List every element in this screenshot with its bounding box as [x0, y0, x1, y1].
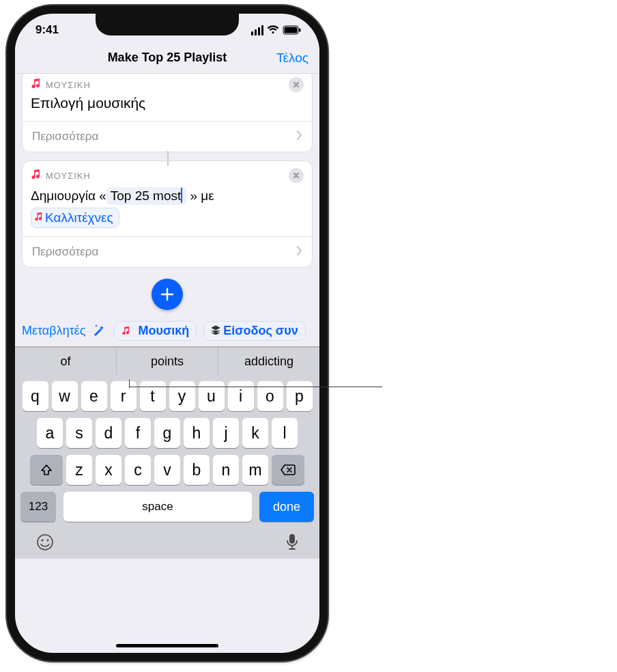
- playlist-name-input[interactable]: Top 25 most: [106, 187, 187, 205]
- variable-token-artists[interactable]: Καλλιτέχνες: [31, 208, 119, 229]
- music-icon: [31, 169, 40, 182]
- shift-key[interactable]: [30, 455, 63, 485]
- key-s[interactable]: s: [66, 418, 92, 448]
- key-row-1: q w e r t y u i o p: [18, 381, 317, 411]
- action-title: Επιλογή μουσικής: [23, 92, 312, 121]
- sentence-prefix: Δημιουργία «: [31, 188, 106, 203]
- predict-3[interactable]: addicting: [218, 348, 319, 376]
- sentence-mid: » με: [186, 188, 214, 203]
- key-p[interactable]: p: [287, 381, 313, 411]
- dictation-key[interactable]: [285, 533, 299, 555]
- stack-icon: [211, 324, 220, 338]
- callout-line: [130, 387, 382, 387]
- backspace-key[interactable]: [272, 455, 304, 485]
- page-title: Make Top 25 Playlist: [108, 51, 227, 65]
- done-button[interactable]: Τέλος: [276, 51, 308, 66]
- key-c[interactable]: c: [125, 455, 151, 485]
- svg-point-3: [38, 535, 53, 550]
- variable-pill-shortcut-input[interactable]: Είσοδος συν: [203, 321, 305, 341]
- space-key[interactable]: space: [63, 492, 252, 522]
- music-icon: [121, 326, 130, 337]
- emoji-key[interactable]: [35, 533, 55, 555]
- key-b[interactable]: b: [184, 455, 210, 485]
- key-row-2: a s d f g h j k l: [18, 418, 317, 448]
- connector: [22, 152, 313, 165]
- svg-rect-6: [289, 534, 295, 544]
- key-row-3: z x c v b n m: [18, 455, 317, 485]
- predict-2[interactable]: points: [116, 348, 218, 376]
- key-g[interactable]: g: [154, 418, 180, 448]
- svg-point-4: [42, 540, 44, 542]
- key-row-4: 123 space done: [18, 492, 317, 522]
- predictive-bar: of points addicting: [15, 348, 319, 376]
- svg-point-5: [47, 540, 49, 542]
- chevron-right-icon: [297, 130, 302, 143]
- battery-icon: [283, 25, 302, 35]
- content: ΜΟΥΣΙΚΗ Επιλογή μουσικής Περισσότερα: [15, 70, 319, 310]
- more-button[interactable]: Περισσότερα: [23, 236, 312, 267]
- chevron-right-icon: [297, 245, 302, 259]
- music-icon: [34, 210, 42, 224]
- key-n[interactable]: n: [213, 455, 239, 485]
- notch: [96, 12, 239, 36]
- key-d[interactable]: d: [96, 418, 121, 448]
- more-button[interactable]: Περισσότερα: [23, 121, 312, 152]
- close-icon[interactable]: [289, 77, 304, 92]
- magic-wand-icon[interactable]: [92, 323, 107, 339]
- wifi-icon: [267, 25, 279, 35]
- card-app-label: ΜΟΥΣΙΚΗ: [46, 80, 91, 90]
- action-sentence: Δημιουργία «Top 25 most » με Καλλιτέχνες: [23, 183, 312, 236]
- key-t[interactable]: t: [140, 381, 166, 411]
- key-q[interactable]: q: [23, 381, 48, 411]
- action-card-create-playlist: ΜΟΥΣΙΚΗ Δημιουργία «Top 25 most » με Καλ…: [22, 160, 313, 268]
- pill-label: Μουσική: [138, 324, 189, 338]
- numbers-key[interactable]: 123: [20, 492, 56, 522]
- svg-rect-2: [299, 29, 301, 32]
- text-cursor: [181, 188, 182, 203]
- status-time: 9:41: [35, 23, 59, 37]
- action-card-select-music: ΜΟΥΣΙΚΗ Επιλογή μουσικής Περισσότερα: [22, 70, 313, 152]
- key-h[interactable]: h: [184, 418, 210, 448]
- card-app-label: ΜΟΥΣΙΚΗ: [46, 171, 91, 181]
- key-m[interactable]: m: [242, 455, 268, 485]
- pill-label: Είσοδος συν: [223, 324, 298, 338]
- key-j[interactable]: j: [213, 418, 239, 448]
- variable-token-label: Καλλιτέχνες: [45, 209, 113, 227]
- key-k[interactable]: k: [242, 418, 268, 448]
- screen: 9:41 Make Top 25 Playlist Τέλος: [15, 14, 319, 653]
- key-f[interactable]: f: [125, 418, 151, 448]
- phone-frame: 9:41 Make Top 25 Playlist Τέλος: [7, 5, 328, 661]
- key-z[interactable]: z: [66, 455, 92, 485]
- key-e[interactable]: e: [81, 381, 107, 411]
- key-r[interactable]: r: [111, 381, 137, 411]
- key-w[interactable]: w: [52, 381, 78, 411]
- more-label: Περισσότερα: [32, 130, 98, 143]
- music-icon: [31, 79, 40, 91]
- variable-bar: Μεταβλητές Μουσική Είσοδος συν: [15, 317, 319, 346]
- playlist-name-text: Top 25 most: [111, 188, 182, 203]
- status-right: [251, 25, 302, 36]
- variables-button[interactable]: Μεταβλητές: [22, 324, 85, 338]
- done-key[interactable]: done: [259, 492, 314, 522]
- key-v[interactable]: v: [154, 455, 180, 485]
- more-label: Περισσότερα: [32, 245, 98, 259]
- home-indicator[interactable]: [116, 644, 218, 647]
- key-o[interactable]: o: [257, 381, 283, 411]
- key-y[interactable]: y: [169, 381, 195, 411]
- key-i[interactable]: i: [228, 381, 254, 411]
- keyboard-bottom-row: [18, 529, 317, 555]
- key-u[interactable]: u: [199, 381, 225, 411]
- key-l[interactable]: l: [272, 418, 298, 448]
- nav-bar: Make Top 25 Playlist Τέλος: [15, 42, 319, 74]
- key-a[interactable]: a: [37, 418, 63, 448]
- close-icon[interactable]: [289, 168, 304, 183]
- keyboard: q w e r t y u i o p a s d f g h j k l: [15, 376, 319, 559]
- key-x[interactable]: x: [96, 455, 121, 485]
- add-action-button[interactable]: [152, 279, 183, 310]
- predict-1[interactable]: of: [15, 348, 116, 376]
- variable-pill-music[interactable]: Μουσική: [114, 321, 197, 341]
- svg-rect-1: [285, 27, 298, 33]
- cellular-icon: [251, 25, 263, 36]
